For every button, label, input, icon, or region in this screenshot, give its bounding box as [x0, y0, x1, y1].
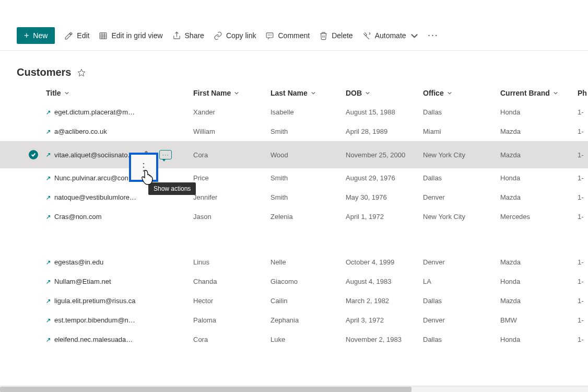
item-link-icon	[46, 110, 51, 115]
cell-last: Cailin	[271, 297, 346, 305]
cell-office: Denver	[423, 193, 500, 201]
table-row[interactable]: egestas@in.eduLinusNelleOctober 4, 1999D…	[0, 252, 588, 272]
table-row[interactable]: Nullam@Etiam.netChandaGiacomoAugust 4, 1…	[0, 272, 588, 291]
item-link-icon	[46, 337, 51, 342]
row-title-cell[interactable]: egestas@in.edu	[46, 258, 193, 266]
new-button[interactable]: + New	[17, 27, 55, 44]
column-header-last-name[interactable]: Last Name	[271, 89, 346, 97]
item-link-icon	[46, 214, 51, 220]
cell-first: Cora	[193, 336, 271, 343]
table-row[interactable]: Cras@non.comJasonZeleniaApril 1, 1972New…	[0, 207, 588, 226]
row-comment-button[interactable]: ···	[159, 150, 172, 159]
row-actions: ···	[138, 147, 172, 163]
cell-last: Giacomo	[271, 278, 346, 285]
svg-point-7	[268, 34, 269, 35]
cell-last: Wood	[271, 151, 346, 159]
cell-first: Cora	[193, 151, 271, 159]
cell-brand: BMW	[500, 316, 578, 324]
svg-point-8	[270, 34, 271, 35]
edit-button[interactable]: Edit	[64, 31, 89, 40]
cell-office: Dallas	[423, 297, 500, 305]
row-title-text: est.tempor.bibendum@neccursusa.com	[54, 316, 138, 324]
item-link-icon	[46, 129, 51, 134]
table-body: eget.dictum.placerat@mattis.caXanderIsab…	[0, 102, 588, 349]
cell-dob: April 28, 1989	[346, 128, 423, 135]
table-row[interactable]: vitae.aliquet@sociisnato...···CoraWoodNo…	[0, 141, 588, 168]
row-title-cell[interactable]: Cras@non.com	[46, 213, 193, 221]
column-header-title[interactable]: Title	[46, 89, 193, 97]
delete-label: Delete	[332, 31, 352, 40]
cell-brand: Mazda	[500, 297, 578, 305]
column-header-first-name[interactable]: First Name	[193, 89, 271, 97]
cell-phone: 1-	[578, 316, 588, 324]
automate-button[interactable]: Automate	[362, 31, 419, 40]
svg-marker-12	[78, 69, 85, 76]
comment-button[interactable]: Comment	[265, 31, 310, 40]
row-select-cell[interactable]	[21, 150, 46, 159]
row-title-cell[interactable]: eget.dictum.placerat@mattis.ca	[46, 108, 193, 116]
cell-last: Zephania	[271, 316, 346, 324]
horizontal-scrollbar[interactable]	[0, 386, 588, 392]
grid-edit-button[interactable]: Edit in grid view	[99, 31, 162, 40]
checkmark-icon	[29, 150, 38, 159]
column-header-office[interactable]: Office	[423, 89, 500, 97]
share-label: Share	[185, 31, 204, 40]
item-link-icon	[46, 152, 51, 157]
table-row[interactable]: natoque@vestibulumlorem.eduJenniferSmith…	[0, 188, 588, 207]
table-row[interactable]: Nunc.pulvinar.arcu@conubianos...PriceSmi…	[0, 168, 588, 188]
overflow-menu[interactable]: ···	[428, 31, 439, 40]
cell-office: Denver	[423, 316, 500, 324]
row-title-cell[interactable]: est.tempor.bibendum@neccursusa.com	[46, 316, 193, 324]
table-row[interactable]: eget.dictum.placerat@mattis.caXanderIsab…	[0, 102, 588, 122]
column-header-phone[interactable]: Ph	[578, 89, 588, 97]
cell-dob: November 2, 1983	[346, 336, 423, 343]
copy-link-button[interactable]: Copy link	[214, 31, 256, 40]
cell-dob: August 29, 1976	[346, 174, 423, 182]
cell-phone: 1-	[578, 297, 588, 305]
cell-last: Smith	[271, 128, 346, 135]
table-row[interactable]: ligula.elit.pretium@risus.caHectorCailin…	[0, 291, 588, 310]
column-header-dob[interactable]: DOB	[346, 89, 423, 97]
item-link-icon	[46, 318, 51, 323]
cell-first: Jennifer	[193, 193, 271, 201]
row-title-cell[interactable]: eleifend.nec.malesuada@atrisus.ca	[46, 336, 193, 343]
item-link-icon	[46, 279, 51, 284]
cell-brand: Mazda	[500, 151, 578, 159]
table-row[interactable]: est.tempor.bibendum@neccursusa.comPaloma…	[0, 310, 588, 330]
row-title-cell[interactable]: Nunc.pulvinar.arcu@conubianos...	[46, 174, 193, 182]
cell-office: LA	[423, 278, 500, 285]
item-link-icon	[46, 260, 51, 265]
column-header-current-brand[interactable]: Current Brand	[500, 89, 578, 97]
cell-phone: 1-	[578, 258, 588, 266]
page-header: Customers	[0, 51, 588, 84]
cell-dob: March 2, 1982	[346, 297, 423, 305]
cell-last: Nelle	[271, 258, 346, 266]
cell-dob: April 3, 1972	[346, 316, 423, 324]
row-title-cell[interactable]: ligula.elit.pretium@risus.ca	[46, 297, 193, 305]
cell-first: Hector	[193, 297, 271, 305]
row-title-text: Cras@non.com	[54, 213, 102, 221]
share-button[interactable]: Share	[172, 31, 204, 40]
row-title-text: natoque@vestibulumlorem.edu	[54, 193, 138, 201]
row-title-cell[interactable]: Nullam@Etiam.net	[46, 278, 193, 285]
row-title-cell[interactable]: a@aclibero.co.uk	[46, 128, 193, 135]
svg-point-9	[271, 34, 272, 35]
cell-first: Chanda	[193, 278, 271, 285]
cell-last: Smith	[271, 174, 346, 182]
cell-first: Xander	[193, 108, 271, 116]
pencil-icon	[64, 31, 73, 40]
cell-brand: Mazda	[500, 193, 578, 201]
table-row[interactable]: eleifend.nec.malesuada@atrisus.caCoraLuk…	[0, 330, 588, 349]
cell-brand: Honda	[500, 336, 578, 343]
column-header-row: Title First Name Last Name DOB Office Cu…	[0, 84, 588, 102]
tooltip-show-actions: Show actions	[148, 182, 196, 195]
table-row[interactable]: a@aclibero.co.ukWilliamSmithApril 28, 19…	[0, 122, 588, 141]
scrollbar-thumb[interactable]	[0, 387, 411, 392]
share-row-button[interactable]	[138, 147, 154, 163]
cell-brand: Honda	[500, 108, 578, 116]
grid-edit-label: Edit in grid view	[111, 31, 162, 40]
row-title-cell[interactable]: vitae.aliquet@sociisnato...···	[46, 147, 193, 163]
delete-button[interactable]: Delete	[319, 31, 352, 40]
favorite-star-icon[interactable]	[77, 68, 86, 77]
cell-dob: August 4, 1983	[346, 278, 423, 285]
